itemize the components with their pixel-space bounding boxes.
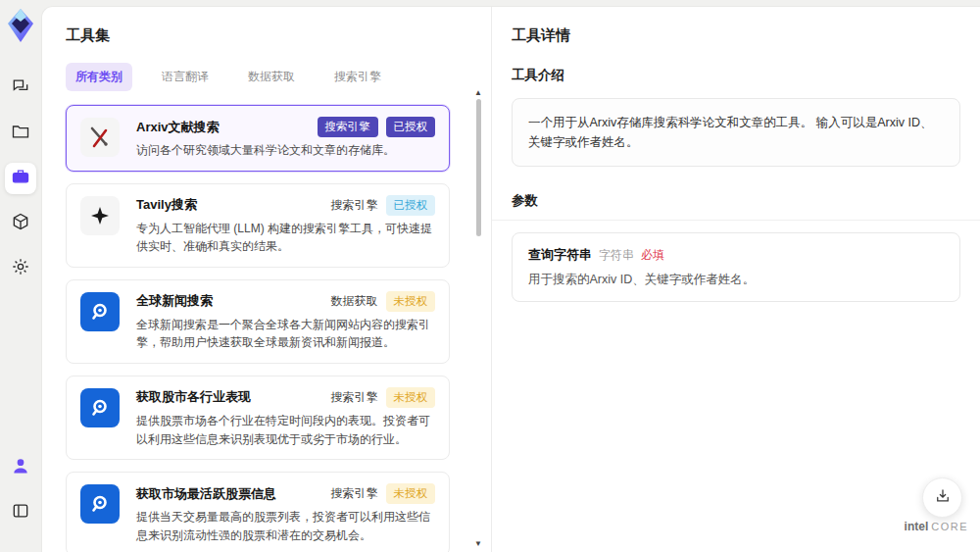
tool-card-list: Arxiv文献搜索 搜索引擎 已授权 访问各个研究领域大量科学论文和文章的存储库…	[66, 105, 467, 552]
tool-description: 提供当天交易量最高的股票列表，投资者可以利用这些信息来识别流动性强的股票和潜在的…	[136, 508, 435, 544]
arxiv-logo-icon	[80, 118, 120, 157]
auth-status-badge: 已授权	[386, 195, 436, 216]
tool-description: 提供股票市场各个行业在特定时间段内的表现。投资者可以利用这些信息来识别表现优于或…	[136, 412, 435, 448]
category-label: 数据获取	[331, 293, 378, 310]
tab-all-categories[interactable]: 所有类别	[66, 63, 132, 91]
tab-search-engine[interactable]: 搜索引擎	[324, 63, 391, 91]
auth-status-badge: 已授权	[386, 117, 436, 137]
auth-status-badge: 未授权	[386, 387, 436, 408]
scrollbar-thumb[interactable]	[476, 99, 481, 236]
params-heading: 参数	[492, 192, 980, 221]
tool-name: 全球新闻搜索	[136, 292, 213, 310]
sidebar-item-chat[interactable]	[5, 73, 36, 104]
details-title: 工具详情	[512, 26, 960, 45]
intro-text-box: 一个用于从Arxiv存储库搜索科学论文和文章的工具。 输入可以是Arxiv ID…	[512, 98, 960, 167]
blue-search-icon	[80, 388, 120, 427]
download-icon	[934, 487, 952, 509]
auth-status-badge: 未授权	[386, 483, 436, 504]
user-avatar-button[interactable]	[5, 452, 36, 483]
auth-status-badge: 未授权	[386, 291, 436, 312]
tavily-star-icon	[80, 196, 120, 235]
tool-list-pane: 工具集 所有类别 语言翻译 数据获取 搜索引擎 Arxiv文献搜索	[42, 7, 491, 552]
tool-description: 全球新闻搜索是一个聚合全球各大新闻网站内容的搜索引擎，帮助用户快速获取全球最新资…	[136, 316, 435, 352]
scroll-up-arrow[interactable]: ▲	[474, 89, 482, 97]
main-content: 工具集 所有类别 语言翻译 数据获取 搜索引擎 Arxiv文献搜索	[41, 6, 980, 552]
blue-search-icon	[80, 292, 120, 331]
brand-intel-text: intel	[905, 520, 929, 533]
param-name: 查询字符串	[528, 246, 592, 264]
panel-toggle-icon	[11, 501, 30, 525]
tool-name: 获取股市各行业表现	[136, 388, 251, 406]
list-scrollbar[interactable]: ▲ ▼	[473, 89, 483, 548]
folder-icon	[11, 122, 30, 145]
app-logo	[7, 8, 34, 43]
param-type: 字符串	[599, 247, 634, 264]
tool-card-most-active-stocks[interactable]: 获取市场最活跃股票信息 搜索引擎 未授权 提供当天交易量最高的股票列表，投资者可…	[66, 472, 450, 552]
briefcase-icon	[11, 167, 30, 190]
download-button[interactable]	[922, 477, 962, 518]
tool-name: Arxiv文献搜索	[136, 119, 220, 136]
tool-details-pane: 工具详情 工具介绍 一个用于从Arxiv存储库搜索科学论文和文章的工具。 输入可…	[491, 7, 980, 552]
intel-core-logo: intel core	[905, 520, 968, 533]
gear-icon	[11, 257, 30, 280]
param-description: 用于搜索的Arxiv ID、关键字或作者姓名。	[528, 272, 944, 288]
page-title: 工具集	[66, 26, 467, 45]
tool-card-arxiv[interactable]: Arxiv文献搜索 搜索引擎 已授权 访问各个研究领域大量科学论文和文章的存储库…	[66, 105, 450, 172]
collapse-sidebar-button[interactable]	[5, 497, 36, 528]
category-label: 搜索引擎	[331, 485, 378, 502]
tool-card-tavily[interactable]: Tavily搜索 搜索引擎 已授权 专为人工智能代理 (LLM) 构建的搜索引擎…	[66, 183, 450, 268]
cube-icon	[11, 212, 30, 235]
brand-core-text: core	[931, 521, 968, 532]
left-sidebar	[0, 0, 41, 552]
tool-card-sector-performance[interactable]: 获取股市各行业表现 搜索引擎 未授权 提供股票市场各个行业在特定时间段内的表现。…	[66, 376, 450, 460]
blue-search-icon	[80, 484, 120, 524]
tool-card-global-news[interactable]: 全球新闻搜索 数据获取 未授权 全球新闻搜索是一个聚合全球各大新闻网站内容的搜索…	[66, 279, 450, 364]
chat-icon	[11, 76, 30, 100]
parameter-item: 查询字符串 字符串 必填 用于搜索的Arxiv ID、关键字或作者姓名。	[512, 232, 960, 302]
tool-name: Tavily搜索	[136, 196, 197, 214]
sidebar-item-files[interactable]	[5, 118, 36, 149]
tool-name: 获取市场最活跃股票信息	[136, 485, 276, 503]
tool-description: 专为人工智能代理 (LLM) 构建的搜索引擎工具，可快速提供实时、准确和真实的结…	[136, 220, 435, 256]
sidebar-item-models[interactable]	[5, 208, 36, 239]
param-required-flag: 必填	[641, 247, 664, 264]
category-label: 搜索引擎	[331, 389, 378, 406]
tool-description: 访问各个研究领域大量科学论文和文章的存储库。	[136, 141, 435, 160]
sidebar-item-tools[interactable]	[5, 163, 36, 194]
user-icon	[11, 456, 30, 479]
category-tabs: 所有类别 语言翻译 数据获取 搜索引擎	[66, 63, 467, 91]
intro-heading: 工具介绍	[512, 67, 960, 84]
scroll-down-arrow[interactable]: ▼	[474, 540, 482, 548]
sidebar-item-settings[interactable]	[5, 253, 36, 284]
tab-language-translation[interactable]: 语言翻译	[152, 63, 219, 91]
category-badge: 搜索引擎	[318, 117, 378, 137]
category-label: 搜索引擎	[331, 197, 378, 214]
tab-data-fetch[interactable]: 数据获取	[238, 63, 305, 91]
